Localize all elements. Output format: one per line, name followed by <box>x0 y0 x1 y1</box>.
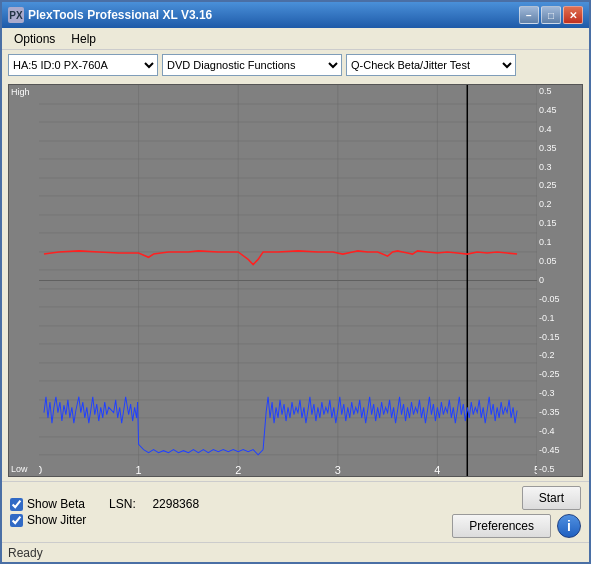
window-title: PlexTools Professional XL V3.16 <box>28 8 519 22</box>
y-right-18: -0.4 <box>539 427 555 436</box>
statusbar: Ready <box>2 542 589 562</box>
window-controls: − □ ✕ <box>519 6 583 24</box>
y-axis-left: High Low <box>9 85 39 476</box>
show-jitter-checkbox[interactable] <box>10 514 23 527</box>
y-right-5: 0.25 <box>539 181 557 190</box>
drive-select[interactable]: HA:5 ID:0 PX-760A <box>8 54 158 76</box>
show-beta-checkbox[interactable] <box>10 498 23 511</box>
menu-help[interactable]: Help <box>63 30 104 48</box>
chart-svg: 0 1 2 3 4 5 <box>39 85 537 476</box>
main-window: PX PlexTools Professional XL V3.16 − □ ✕… <box>0 0 591 564</box>
show-jitter-checkbox-item: Show Jitter <box>10 513 199 527</box>
y-right-2: 0.4 <box>539 125 552 134</box>
svg-text:2: 2 <box>235 464 241 476</box>
app-icon: PX <box>8 7 24 23</box>
y-right-15: -0.25 <box>539 370 560 379</box>
y-right-10: 0 <box>539 276 544 285</box>
y-right-17: -0.35 <box>539 408 560 417</box>
y-high-label: High <box>9 87 39 97</box>
y-right-3: 0.35 <box>539 144 557 153</box>
chart-container: High Low <box>8 84 583 477</box>
svg-text:4: 4 <box>434 464 440 476</box>
y-right-12: -0.1 <box>539 314 555 323</box>
lsn-display: LSN: 2298368 <box>109 497 199 511</box>
chart-plot: 0 1 2 3 4 5 <box>39 85 537 476</box>
restore-button[interactable]: □ <box>541 6 561 24</box>
lsn-label: LSN: <box>109 497 136 511</box>
bottom-panel: Show Beta LSN: 2298368 Show Jitter Start… <box>2 481 589 542</box>
y-right-6: 0.2 <box>539 200 552 209</box>
main-content: High Low <box>2 80 589 481</box>
show-beta-checkbox-item: Show Beta LSN: 2298368 <box>10 497 199 511</box>
svg-text:0: 0 <box>39 464 42 476</box>
test-select[interactable]: Q-Check Beta/Jitter Test <box>346 54 516 76</box>
preferences-button[interactable]: Preferences <box>452 514 551 538</box>
start-button[interactable]: Start <box>522 486 581 510</box>
y-right-9: 0.05 <box>539 257 557 266</box>
y-low-label: Low <box>9 464 39 474</box>
close-button[interactable]: ✕ <box>563 6 583 24</box>
y-right-13: -0.15 <box>539 333 560 342</box>
y-right-7: 0.15 <box>539 219 557 228</box>
y-right-4: 0.3 <box>539 163 552 172</box>
svg-text:1: 1 <box>136 464 142 476</box>
y-right-14: -0.2 <box>539 351 555 360</box>
show-beta-label: Show Beta <box>27 497 85 511</box>
function-select[interactable]: DVD Diagnostic Functions <box>162 54 342 76</box>
y-right-19: -0.45 <box>539 446 560 455</box>
info-button[interactable]: i <box>557 514 581 538</box>
show-jitter-label: Show Jitter <box>27 513 86 527</box>
y-right-16: -0.3 <box>539 389 555 398</box>
toolbar: HA:5 ID:0 PX-760A DVD Diagnostic Functio… <box>2 50 589 80</box>
y-right-20: -0.5 <box>539 465 555 474</box>
y-right-0: 0.5 <box>539 87 552 96</box>
y-right-11: -0.05 <box>539 295 560 304</box>
y-right-8: 0.1 <box>539 238 552 247</box>
titlebar: PX PlexTools Professional XL V3.16 − □ ✕ <box>2 2 589 28</box>
lsn-value: 2298368 <box>152 497 199 511</box>
menu-options[interactable]: Options <box>6 30 63 48</box>
svg-text:3: 3 <box>335 464 341 476</box>
y-axis-right: 0.5 0.45 0.4 0.35 0.3 0.25 0.2 0.15 0.1 … <box>537 85 582 476</box>
y-right-1: 0.45 <box>539 106 557 115</box>
minimize-button[interactable]: − <box>519 6 539 24</box>
status-text: Ready <box>8 546 43 560</box>
menubar: Options Help <box>2 28 589 50</box>
